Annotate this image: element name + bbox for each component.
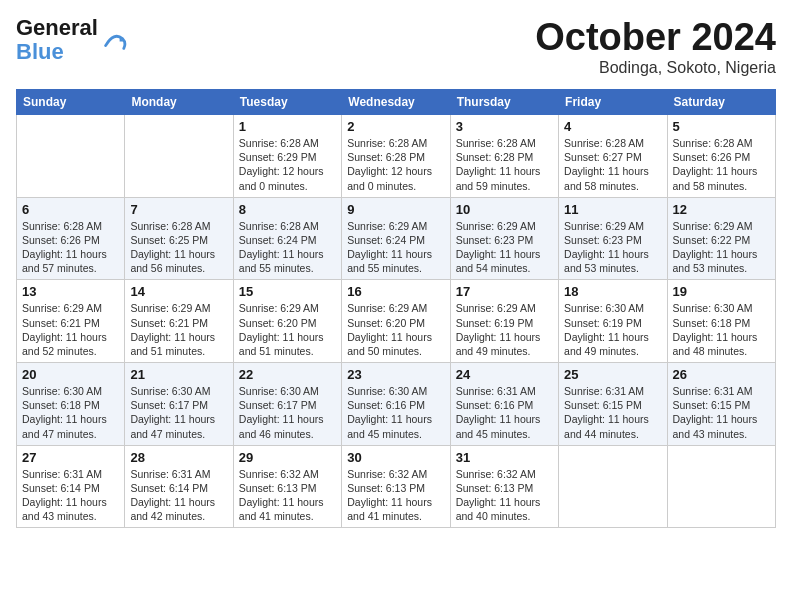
weekday-header: Friday xyxy=(559,90,667,115)
calendar-cell xyxy=(17,115,125,198)
calendar-cell: 27Sunrise: 6:31 AM Sunset: 6:14 PM Dayli… xyxy=(17,445,125,528)
calendar-cell: 28Sunrise: 6:31 AM Sunset: 6:14 PM Dayli… xyxy=(125,445,233,528)
calendar-header-row: SundayMondayTuesdayWednesdayThursdayFrid… xyxy=(17,90,776,115)
calendar-week-row: 13Sunrise: 6:29 AM Sunset: 6:21 PM Dayli… xyxy=(17,280,776,363)
day-info: Sunrise: 6:31 AM Sunset: 6:14 PM Dayligh… xyxy=(22,467,119,524)
day-info: Sunrise: 6:28 AM Sunset: 6:26 PM Dayligh… xyxy=(22,219,119,276)
calendar-cell: 7Sunrise: 6:28 AM Sunset: 6:25 PM Daylig… xyxy=(125,197,233,280)
day-info: Sunrise: 6:29 AM Sunset: 6:20 PM Dayligh… xyxy=(347,301,444,358)
title-block: October 2024 Bodinga, Sokoto, Nigeria xyxy=(535,16,776,77)
calendar-cell: 3Sunrise: 6:28 AM Sunset: 6:28 PM Daylig… xyxy=(450,115,558,198)
calendar-cell: 23Sunrise: 6:30 AM Sunset: 6:16 PM Dayli… xyxy=(342,363,450,446)
day-number: 2 xyxy=(347,119,444,134)
day-info: Sunrise: 6:29 AM Sunset: 6:21 PM Dayligh… xyxy=(130,301,227,358)
day-number: 29 xyxy=(239,450,336,465)
calendar-cell: 9Sunrise: 6:29 AM Sunset: 6:24 PM Daylig… xyxy=(342,197,450,280)
day-number: 25 xyxy=(564,367,661,382)
day-info: Sunrise: 6:30 AM Sunset: 6:18 PM Dayligh… xyxy=(22,384,119,441)
calendar-cell xyxy=(667,445,775,528)
calendar-week-row: 6Sunrise: 6:28 AM Sunset: 6:26 PM Daylig… xyxy=(17,197,776,280)
day-number: 24 xyxy=(456,367,553,382)
day-number: 22 xyxy=(239,367,336,382)
day-info: Sunrise: 6:30 AM Sunset: 6:19 PM Dayligh… xyxy=(564,301,661,358)
weekday-header: Thursday xyxy=(450,90,558,115)
calendar-cell: 2Sunrise: 6:28 AM Sunset: 6:28 PM Daylig… xyxy=(342,115,450,198)
day-info: Sunrise: 6:32 AM Sunset: 6:13 PM Dayligh… xyxy=(456,467,553,524)
day-number: 6 xyxy=(22,202,119,217)
day-number: 8 xyxy=(239,202,336,217)
month-title: October 2024 xyxy=(535,16,776,59)
day-number: 17 xyxy=(456,284,553,299)
day-info: Sunrise: 6:29 AM Sunset: 6:19 PM Dayligh… xyxy=(456,301,553,358)
weekday-header: Sunday xyxy=(17,90,125,115)
day-info: Sunrise: 6:30 AM Sunset: 6:18 PM Dayligh… xyxy=(673,301,770,358)
logo: GeneralBlue xyxy=(16,16,128,64)
day-number: 11 xyxy=(564,202,661,217)
logo-icon xyxy=(100,26,128,54)
day-info: Sunrise: 6:28 AM Sunset: 6:26 PM Dayligh… xyxy=(673,136,770,193)
day-info: Sunrise: 6:30 AM Sunset: 6:17 PM Dayligh… xyxy=(130,384,227,441)
day-number: 20 xyxy=(22,367,119,382)
calendar-cell: 20Sunrise: 6:30 AM Sunset: 6:18 PM Dayli… xyxy=(17,363,125,446)
calendar-cell: 24Sunrise: 6:31 AM Sunset: 6:16 PM Dayli… xyxy=(450,363,558,446)
calendar-cell xyxy=(559,445,667,528)
day-number: 12 xyxy=(673,202,770,217)
day-number: 27 xyxy=(22,450,119,465)
day-info: Sunrise: 6:28 AM Sunset: 6:24 PM Dayligh… xyxy=(239,219,336,276)
day-number: 5 xyxy=(673,119,770,134)
day-info: Sunrise: 6:28 AM Sunset: 6:28 PM Dayligh… xyxy=(347,136,444,193)
day-number: 23 xyxy=(347,367,444,382)
calendar-cell: 10Sunrise: 6:29 AM Sunset: 6:23 PM Dayli… xyxy=(450,197,558,280)
day-info: Sunrise: 6:28 AM Sunset: 6:27 PM Dayligh… xyxy=(564,136,661,193)
day-number: 28 xyxy=(130,450,227,465)
calendar-table: SundayMondayTuesdayWednesdayThursdayFrid… xyxy=(16,89,776,528)
calendar-cell: 13Sunrise: 6:29 AM Sunset: 6:21 PM Dayli… xyxy=(17,280,125,363)
day-info: Sunrise: 6:31 AM Sunset: 6:15 PM Dayligh… xyxy=(673,384,770,441)
calendar-cell: 31Sunrise: 6:32 AM Sunset: 6:13 PM Dayli… xyxy=(450,445,558,528)
weekday-header: Monday xyxy=(125,90,233,115)
day-info: Sunrise: 6:31 AM Sunset: 6:14 PM Dayligh… xyxy=(130,467,227,524)
calendar-cell: 25Sunrise: 6:31 AM Sunset: 6:15 PM Dayli… xyxy=(559,363,667,446)
calendar-week-row: 1Sunrise: 6:28 AM Sunset: 6:29 PM Daylig… xyxy=(17,115,776,198)
calendar-cell: 6Sunrise: 6:28 AM Sunset: 6:26 PM Daylig… xyxy=(17,197,125,280)
day-number: 10 xyxy=(456,202,553,217)
location: Bodinga, Sokoto, Nigeria xyxy=(535,59,776,77)
calendar-cell: 8Sunrise: 6:28 AM Sunset: 6:24 PM Daylig… xyxy=(233,197,341,280)
calendar-cell: 21Sunrise: 6:30 AM Sunset: 6:17 PM Dayli… xyxy=(125,363,233,446)
calendar-cell: 18Sunrise: 6:30 AM Sunset: 6:19 PM Dayli… xyxy=(559,280,667,363)
calendar-cell: 29Sunrise: 6:32 AM Sunset: 6:13 PM Dayli… xyxy=(233,445,341,528)
day-number: 16 xyxy=(347,284,444,299)
calendar-cell: 30Sunrise: 6:32 AM Sunset: 6:13 PM Dayli… xyxy=(342,445,450,528)
day-info: Sunrise: 6:31 AM Sunset: 6:16 PM Dayligh… xyxy=(456,384,553,441)
logo-text: GeneralBlue xyxy=(16,16,98,64)
weekday-header: Tuesday xyxy=(233,90,341,115)
calendar-cell: 11Sunrise: 6:29 AM Sunset: 6:23 PM Dayli… xyxy=(559,197,667,280)
calendar-cell: 19Sunrise: 6:30 AM Sunset: 6:18 PM Dayli… xyxy=(667,280,775,363)
day-info: Sunrise: 6:29 AM Sunset: 6:21 PM Dayligh… xyxy=(22,301,119,358)
day-number: 26 xyxy=(673,367,770,382)
day-number: 1 xyxy=(239,119,336,134)
calendar-cell xyxy=(125,115,233,198)
calendar-cell: 14Sunrise: 6:29 AM Sunset: 6:21 PM Dayli… xyxy=(125,280,233,363)
calendar-cell: 12Sunrise: 6:29 AM Sunset: 6:22 PM Dayli… xyxy=(667,197,775,280)
calendar-cell: 15Sunrise: 6:29 AM Sunset: 6:20 PM Dayli… xyxy=(233,280,341,363)
day-number: 31 xyxy=(456,450,553,465)
calendar-cell: 26Sunrise: 6:31 AM Sunset: 6:15 PM Dayli… xyxy=(667,363,775,446)
day-number: 21 xyxy=(130,367,227,382)
day-number: 9 xyxy=(347,202,444,217)
weekday-header: Saturday xyxy=(667,90,775,115)
day-info: Sunrise: 6:28 AM Sunset: 6:25 PM Dayligh… xyxy=(130,219,227,276)
day-info: Sunrise: 6:30 AM Sunset: 6:17 PM Dayligh… xyxy=(239,384,336,441)
day-number: 3 xyxy=(456,119,553,134)
day-info: Sunrise: 6:29 AM Sunset: 6:22 PM Dayligh… xyxy=(673,219,770,276)
logo-blue: Blue xyxy=(16,39,64,64)
day-number: 19 xyxy=(673,284,770,299)
day-number: 4 xyxy=(564,119,661,134)
day-info: Sunrise: 6:29 AM Sunset: 6:20 PM Dayligh… xyxy=(239,301,336,358)
day-info: Sunrise: 6:29 AM Sunset: 6:24 PM Dayligh… xyxy=(347,219,444,276)
calendar-cell: 4Sunrise: 6:28 AM Sunset: 6:27 PM Daylig… xyxy=(559,115,667,198)
day-info: Sunrise: 6:28 AM Sunset: 6:28 PM Dayligh… xyxy=(456,136,553,193)
day-number: 14 xyxy=(130,284,227,299)
day-info: Sunrise: 6:28 AM Sunset: 6:29 PM Dayligh… xyxy=(239,136,336,193)
calendar-cell: 22Sunrise: 6:30 AM Sunset: 6:17 PM Dayli… xyxy=(233,363,341,446)
